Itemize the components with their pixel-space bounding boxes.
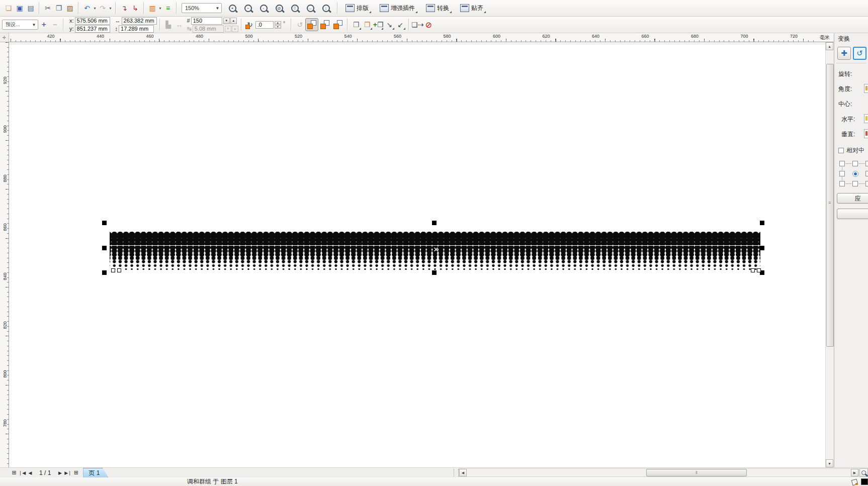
anchor-checkbox[interactable] [865, 181, 868, 186]
anchor-checkbox[interactable] [865, 161, 868, 166]
scroll-right-arrow[interactable]: ▶ [851, 469, 858, 476]
zoom-page-icon[interactable]: ▯ [289, 3, 300, 14]
blend-spacing-input[interactable] [193, 25, 224, 33]
import-icon[interactable]: ↴ [119, 3, 130, 14]
fill-color-icon[interactable] [851, 478, 858, 485]
vertical-scroll-thumb[interactable] [826, 64, 834, 347]
blend-control-node[interactable] [111, 268, 115, 272]
anchor-checkbox[interactable] [865, 171, 868, 176]
selection-handle[interactable] [102, 221, 107, 225]
vertical-center-input[interactable] [864, 129, 868, 138]
redo-icon[interactable]: ↷ [97, 3, 108, 14]
loop-blend-icon[interactable]: ↺ [294, 19, 305, 30]
blend-steps-input[interactable] [191, 17, 222, 25]
end-object-icon[interactable]: ↙ [395, 19, 406, 30]
add-page-before-icon[interactable]: ⊞ [10, 469, 18, 477]
horizontal-center-input[interactable] [864, 114, 868, 123]
selection-handle[interactable] [102, 246, 107, 250]
y-position-input[interactable] [75, 25, 110, 33]
blend-control-node[interactable] [757, 268, 761, 272]
blend-direction-input[interactable] [255, 21, 274, 29]
add-page-after-icon[interactable]: ⊞ [72, 469, 80, 477]
steps-spin-buttons[interactable]: ▼▲ [223, 18, 237, 24]
selection-handle[interactable] [760, 221, 764, 225]
ruler-origin-corner[interactable]: ✛ [0, 33, 9, 42]
selection-handle[interactable] [432, 221, 437, 225]
transform-rotate-tab[interactable]: ↺ [853, 47, 866, 60]
zoom-page-width-icon[interactable]: ↔ [305, 3, 316, 14]
selection-handle[interactable] [432, 270, 437, 275]
remove-preset-button[interactable]: − [49, 19, 60, 30]
x-position-input[interactable] [75, 17, 110, 25]
launcher-dropdown-icon[interactable]: ▾ [158, 6, 162, 11]
undo-dropdown-icon[interactable]: ▾ [93, 6, 97, 11]
accelerate-sizing-icon[interactable]: +❐ [373, 19, 384, 30]
undo-icon[interactable]: ↶ [81, 3, 93, 14]
scroll-left-arrow[interactable]: ◀ [459, 469, 467, 476]
copy-blend-properties-icon[interactable]: ❏⇢ [412, 19, 423, 30]
outline-color-swatch[interactable] [861, 478, 868, 485]
zoom-page-height-icon[interactable]: ↕ [320, 3, 331, 14]
start-object-icon[interactable]: ↘ [384, 19, 395, 30]
blend-steps-mode-icon[interactable]: ▙ [163, 19, 174, 30]
anchor-center-radio[interactable] [852, 171, 858, 177]
app-launcher-icon[interactable]: ▥ [147, 3, 158, 14]
export-icon[interactable]: ↳ [130, 3, 141, 14]
add-preset-button[interactable]: ＋ [38, 19, 49, 30]
relative-center-checkbox[interactable] [838, 148, 844, 153]
anchor-checkbox[interactable] [852, 181, 858, 186]
zoom-level-combo[interactable]: 150% ▼ [182, 3, 222, 13]
options-checklist-icon[interactable]: ≡ [162, 3, 173, 14]
direction-spin-buttons[interactable]: ▲▼ [275, 21, 281, 29]
anchor-checkbox[interactable] [852, 161, 858, 166]
anchor-checkbox[interactable] [839, 171, 845, 176]
selection-handle[interactable] [760, 246, 764, 250]
navigator-button[interactable] [859, 468, 868, 477]
scroll-up-arrow[interactable]: ▲ [826, 42, 833, 50]
selection-handle[interactable] [102, 270, 107, 275]
cut-icon[interactable]: ✂ [42, 3, 53, 14]
copy-icon[interactable]: ❐ [53, 3, 64, 14]
menu-snap[interactable]: 贴齐 [457, 3, 486, 14]
page-tab[interactable]: 页 1 [83, 468, 108, 477]
clockwise-blend-button[interactable] [318, 18, 331, 31]
color-acceleration-icon[interactable]: ❐ [362, 19, 373, 30]
open-icon[interactable]: ❏ [3, 3, 14, 14]
apply-button[interactable]: 应 [837, 193, 868, 204]
redo-dropdown-icon[interactable]: ▾ [108, 6, 113, 11]
pane-splitter[interactable] [454, 469, 459, 477]
horizontal-ruler[interactable]: 4204404604805005205405605806006206406606… [9, 33, 825, 42]
blend-spacing-mode-icon[interactable]: ↔ [174, 19, 185, 30]
direct-blend-button[interactable] [305, 18, 318, 31]
blend-control-node[interactable] [751, 268, 755, 272]
zoom-all-objects-icon[interactable]: @ [274, 3, 285, 14]
last-page-icon[interactable]: ▶❘ [64, 469, 72, 477]
scroll-down-arrow[interactable]: ▼ [826, 459, 833, 467]
horizontal-scroll-thumb[interactable]: ⫴ [646, 469, 747, 476]
anchor-checkbox[interactable] [839, 181, 845, 186]
save-icon[interactable]: ▣ [14, 3, 25, 14]
counterclockwise-blend-button[interactable] [331, 18, 344, 31]
apply-to-duplicate-button[interactable] [837, 209, 868, 219]
zoom-in-icon[interactable]: + [227, 3, 238, 14]
vertical-scrollbar[interactable]: ▲ ▼ [825, 42, 834, 467]
object-height-input[interactable] [119, 25, 154, 33]
blend-preset-dropdown[interactable]: 预设... ▼ [2, 20, 38, 30]
anchor-checkbox[interactable] [839, 161, 845, 166]
menu-plugins[interactable]: 增强插件 [377, 3, 418, 14]
clear-blend-icon[interactable]: ⊘ [423, 19, 434, 30]
next-page-icon[interactable]: ▶ [56, 469, 64, 477]
object-width-input[interactable] [122, 17, 157, 25]
horizontal-scrollbar[interactable]: ◀ ⫴ ▶ [459, 468, 859, 477]
transform-position-tab[interactable]: ✚ [837, 47, 851, 60]
menu-layout[interactable]: 排版 [342, 3, 372, 14]
object-acceleration-icon[interactable]: ❐ [351, 19, 362, 30]
spacing-spin-buttons[interactable]: ▼▲ [225, 26, 238, 32]
zoom-selected-icon[interactable]: ▫ [258, 3, 269, 14]
vertical-ruler[interactable]: 920900880860840820800780 [0, 42, 9, 467]
menu-convert[interactable]: 转换 [423, 3, 452, 14]
blend-control-node[interactable] [117, 268, 121, 272]
first-page-icon[interactable]: ❘◀ [18, 469, 26, 477]
zoom-out-icon[interactable]: − [242, 3, 253, 14]
angle-input[interactable] [864, 84, 868, 93]
